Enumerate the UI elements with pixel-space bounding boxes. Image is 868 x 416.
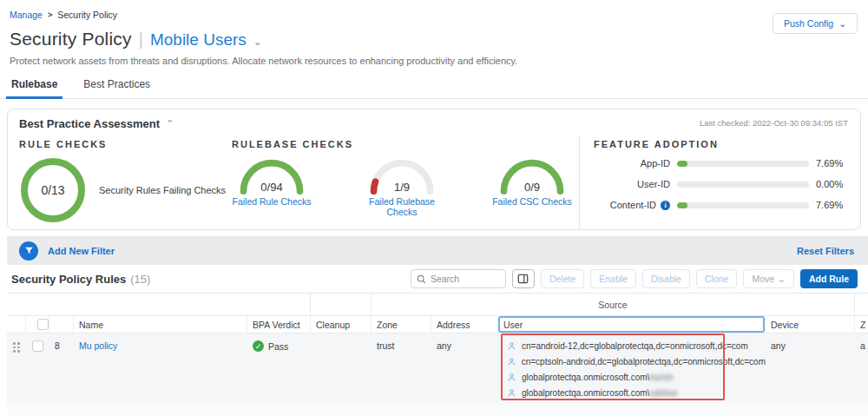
- user-list: cn=android-12,dc=globalprotectqa,dc=onmi…: [498, 333, 766, 400]
- chevron-down-icon[interactable]: ⌄: [253, 36, 262, 48]
- feature-adoption-section: FEATURE ADOPTION App-ID 7.69% User-ID 0.…: [579, 135, 860, 229]
- rulebase-checks-heading: RULEBASE CHECKS: [232, 139, 579, 149]
- user-icon: [507, 373, 516, 382]
- move-button[interactable]: Move ⌄: [743, 269, 794, 288]
- user-text: cn=cptsoln-android,dc=globalprotectqa,dc…: [522, 357, 766, 366]
- chevron-down-icon: ⌄: [778, 274, 786, 284]
- group-cell-cut: [855, 294, 868, 315]
- rule-checks-caption: Security Rules Failing Checks: [99, 185, 226, 195]
- add-rule-button[interactable]: Add Rule: [800, 269, 858, 288]
- header-source-address[interactable]: Address: [431, 316, 498, 333]
- user-text-blurred: sabbas: [649, 388, 677, 398]
- scope-selector[interactable]: Mobile Users: [150, 30, 247, 50]
- adoption-row-app-id: App-ID 7.69%: [594, 158, 848, 168]
- row-drag-cell: [7, 333, 26, 353]
- search-box[interactable]: [411, 269, 506, 288]
- user-id-label: User-ID: [637, 179, 670, 189]
- delete-button[interactable]: Delete: [541, 269, 584, 288]
- cut-cell: a: [855, 333, 868, 351]
- user-text: globalprotectqa.onmicrosoft.com\: [522, 373, 649, 382]
- gauge-failed-rulebase-checks: 1/9 Failed Rulebase Checks: [362, 156, 442, 217]
- search-input[interactable]: [431, 274, 491, 284]
- row-select-cell: [26, 333, 49, 353]
- table-row[interactable]: 8 Mu policy ✓ Pass trust any cn=android-…: [7, 333, 868, 403]
- source-user-cell: cn=android-12,dc=globalprotectqa,dc=onmi…: [498, 333, 766, 400]
- source-zone-cell: trust: [372, 333, 431, 351]
- row-checkbox[interactable]: [32, 340, 43, 352]
- user-text: cn=android-12,dc=globalprotectqa,dc=onmi…: [522, 341, 748, 351]
- rule-checks-value: 0/13: [19, 156, 87, 224]
- header-source-zone[interactable]: Zone: [372, 316, 431, 333]
- disable-button[interactable]: Disable: [642, 269, 690, 288]
- rules-table-title: Security Policy Rules: [11, 273, 126, 286]
- add-new-filter-link[interactable]: Add New Filter: [48, 246, 115, 256]
- user-id-progress-bar: [677, 182, 809, 188]
- bpa-verdict-cell: ✓ Pass: [247, 333, 311, 352]
- rule-checks-section: RULE CHECKS 0/13 Security Rules Failing …: [8, 135, 227, 229]
- header-cut-column: Z: [855, 316, 868, 333]
- rules-toolbar: Security Policy Rules (15) Delete Enable…: [0, 265, 868, 293]
- user-entry: cn=android-12,dc=globalprotectqa,dc=onmi…: [507, 338, 766, 353]
- page-title: Security Policy: [10, 29, 132, 50]
- info-icon[interactable]: i: [661, 201, 670, 210]
- enable-button[interactable]: Enable: [590, 269, 636, 288]
- table-group-header-row: Source: [7, 294, 868, 316]
- adoption-row-user-id: User-ID 0.00%: [594, 179, 848, 189]
- title-divider: |: [139, 30, 143, 50]
- select-all-checkbox[interactable]: [37, 319, 49, 330]
- breadcrumb-manage[interactable]: Manage: [10, 10, 43, 20]
- best-practice-assessment-card: Best Practice Assessment ⌃ Last checked:…: [7, 109, 861, 230]
- group-cell-empty: [7, 294, 311, 315]
- search-icon: [417, 274, 426, 284]
- tab-rulebase[interactable]: Rulebase: [10, 78, 59, 98]
- feature-adoption-heading: FEATURE ADOPTION: [594, 139, 848, 149]
- content-id-value: 7.69%: [816, 200, 843, 210]
- user-entry: globalprotectqa.onmicrosoft.com\sabbas: [507, 385, 766, 400]
- group-header-source: Source: [372, 294, 855, 315]
- verdict-label: Pass: [268, 341, 288, 352]
- header-name[interactable]: Name: [74, 316, 247, 333]
- user-icon: [507, 357, 516, 366]
- tab-bar: Rulebase Best Practices: [0, 66, 868, 99]
- filter-bar: Add New Filter Reset Filters: [7, 236, 868, 265]
- pass-badge: ✓ Pass: [253, 340, 311, 352]
- cleanup-cell: [311, 333, 372, 340]
- push-config-button[interactable]: Push Config ⌄: [773, 13, 858, 34]
- header-select-all: [26, 316, 49, 333]
- header-source-device[interactable]: Device: [766, 316, 855, 333]
- header-rule-number: [49, 316, 74, 333]
- clone-button[interactable]: Clone: [696, 269, 737, 288]
- filter-funnel-icon[interactable]: [19, 241, 38, 261]
- gauge-failed-rule-checks: 0/94 Failed Rule Checks: [232, 156, 312, 217]
- bpa-card-title[interactable]: Best Practice Assessment ⌃: [19, 117, 174, 130]
- user-entry: cn=cptsoln-android,dc=globalprotectqa,dc…: [507, 353, 766, 369]
- group-cell-empty: [311, 294, 372, 315]
- user-entry: globalprotectqa.onmicrosoft.com\harish: [507, 369, 766, 385]
- source-address-cell: any: [431, 333, 498, 351]
- header-cleanup[interactable]: Cleanup: [311, 316, 372, 333]
- rule-checks-gauge: 0/13: [19, 156, 87, 224]
- failed-rule-checks-link[interactable]: Failed Rule Checks: [232, 196, 312, 207]
- user-text: globalprotectqa.onmicrosoft.com\: [522, 388, 649, 398]
- breadcrumb-chevron-icon: >: [48, 10, 52, 19]
- drag-handle-icon[interactable]: [13, 342, 26, 353]
- rule-name-link[interactable]: Mu policy: [79, 340, 117, 351]
- rule-checks-heading: RULE CHECKS: [19, 139, 227, 149]
- failed-rulebase-checks-link[interactable]: Failed Rulebase Checks: [362, 196, 442, 217]
- header-bpa-verdict[interactable]: BPA Verdict: [247, 316, 311, 333]
- adoption-row-content-id: Content-ID i 7.69%: [594, 200, 848, 210]
- column-picker-button[interactable]: [512, 269, 535, 288]
- user-icon: [507, 341, 516, 351]
- check-circle-icon: ✓: [253, 340, 264, 352]
- reset-filters-link[interactable]: Reset Filters: [797, 246, 854, 256]
- failed-csc-checks-link[interactable]: Failed CSC Checks: [492, 196, 572, 207]
- app-id-progress-bar: [677, 161, 809, 167]
- bpa-body: RULE CHECKS 0/13 Security Rules Failing …: [8, 135, 860, 229]
- content-id-progress-bar: [677, 202, 809, 208]
- header-drag-column: [7, 316, 26, 333]
- header-source-user[interactable]: User: [498, 316, 766, 333]
- chevron-up-icon[interactable]: ⌃: [166, 118, 174, 129]
- gauge-failed-csc-checks: 0/9 Failed CSC Checks: [492, 156, 572, 217]
- tab-best-practices[interactable]: Best Practices: [82, 78, 152, 98]
- push-config-label: Push Config: [784, 18, 833, 29]
